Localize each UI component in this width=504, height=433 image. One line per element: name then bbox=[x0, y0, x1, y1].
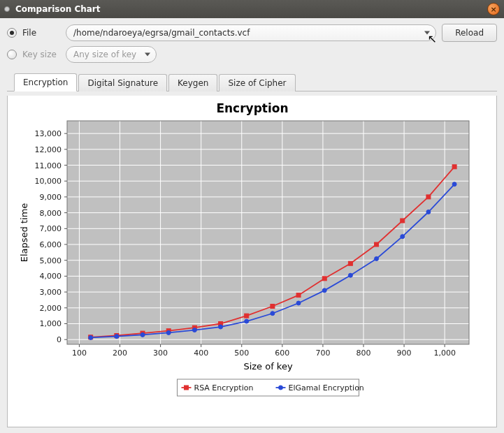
svg-text:1,000: 1,000 bbox=[40, 319, 62, 328]
svg-point-99 bbox=[271, 311, 275, 316]
chart-area: Encryption1002003004005006007008009001,0… bbox=[7, 96, 497, 427]
svg-text:5,000: 5,000 bbox=[40, 256, 62, 265]
tab-size-of-cipher[interactable]: Size of Cipher bbox=[219, 74, 295, 91]
svg-point-105 bbox=[426, 210, 431, 214]
svg-text:8,000: 8,000 bbox=[40, 209, 62, 218]
svg-point-104 bbox=[401, 235, 405, 239]
close-icon[interactable]: × bbox=[487, 3, 500, 15]
svg-text:900: 900 bbox=[397, 348, 412, 358]
svg-text:2,000: 2,000 bbox=[40, 304, 62, 313]
svg-text:RSA Encryption: RSA Encryption bbox=[194, 383, 254, 392]
svg-rect-88 bbox=[375, 242, 379, 247]
file-radio[interactable] bbox=[7, 28, 17, 38]
svg-point-103 bbox=[375, 256, 379, 260]
svg-text:200: 200 bbox=[113, 348, 127, 358]
svg-text:300: 300 bbox=[153, 348, 168, 358]
svg-point-106 bbox=[452, 182, 456, 186]
reload-button[interactable]: Reload bbox=[442, 24, 497, 42]
svg-text:9,000: 9,000 bbox=[40, 193, 62, 202]
svg-rect-86 bbox=[322, 277, 326, 281]
svg-text:11,000: 11,000 bbox=[35, 161, 62, 170]
tab-digital-signature[interactable]: Digital Signature bbox=[78, 74, 167, 91]
svg-text:100: 100 bbox=[72, 348, 87, 358]
svg-text:3,000: 3,000 bbox=[40, 288, 62, 297]
tab-bar: EncryptionDigital SignatureKeygenSize of… bbox=[7, 73, 497, 91]
svg-text:13,000: 13,000 bbox=[35, 129, 62, 138]
svg-point-100 bbox=[296, 301, 301, 305]
tab-encryption[interactable]: Encryption bbox=[14, 73, 77, 91]
window-title: Comparison Chart bbox=[15, 4, 100, 14]
svg-rect-89 bbox=[401, 219, 405, 223]
svg-rect-91 bbox=[452, 165, 456, 169]
svg-text:4,000: 4,000 bbox=[40, 272, 62, 281]
svg-text:600: 600 bbox=[275, 348, 289, 358]
chevron-down-icon bbox=[424, 31, 430, 35]
svg-text:500: 500 bbox=[234, 348, 249, 358]
svg-text:6,000: 6,000 bbox=[40, 240, 62, 249]
titlebar: Comparison Chart × bbox=[0, 0, 504, 18]
file-label: File bbox=[22, 28, 60, 38]
file-combo[interactable]: /home/ndaroeya/egrsa/gmail_contacts.vcf … bbox=[66, 24, 436, 41]
svg-text:700: 700 bbox=[315, 348, 330, 358]
svg-text:12,000: 12,000 bbox=[35, 145, 62, 154]
svg-point-96 bbox=[192, 328, 196, 332]
svg-point-97 bbox=[219, 325, 223, 329]
svg-point-101 bbox=[322, 288, 326, 293]
svg-rect-85 bbox=[296, 293, 301, 298]
file-combo-value: /home/ndaroeya/egrsa/gmail_contacts.vcf bbox=[73, 28, 250, 38]
svg-text:7,000: 7,000 bbox=[40, 224, 62, 233]
encryption-chart: Encryption1002003004005006007008009001,0… bbox=[15, 100, 489, 418]
svg-point-92 bbox=[89, 335, 93, 339]
svg-text:1,000: 1,000 bbox=[433, 348, 456, 358]
keysize-label: Key size bbox=[22, 50, 60, 59]
keysize-combo: Any size of key bbox=[66, 46, 157, 63]
svg-text:10,000: 10,000 bbox=[35, 177, 62, 186]
svg-text:400: 400 bbox=[194, 348, 208, 358]
keysize-radio[interactable] bbox=[7, 50, 17, 59]
chevron-down-icon bbox=[145, 53, 150, 57]
svg-text:Encryption: Encryption bbox=[216, 101, 288, 115]
tab-keygen[interactable]: Keygen bbox=[168, 74, 217, 91]
svg-text:Elapsed time: Elapsed time bbox=[19, 203, 29, 263]
svg-rect-87 bbox=[348, 261, 352, 265]
reload-button-label: Reload bbox=[455, 28, 484, 38]
keysize-combo-value: Any size of key bbox=[73, 50, 136, 59]
app-icon bbox=[4, 6, 10, 12]
svg-text:0: 0 bbox=[57, 335, 62, 344]
svg-text:ElGamal Encryption: ElGamal Encryption bbox=[289, 383, 364, 392]
svg-rect-83 bbox=[245, 314, 249, 318]
svg-point-93 bbox=[115, 335, 119, 339]
svg-point-102 bbox=[348, 273, 352, 277]
svg-rect-90 bbox=[426, 195, 431, 199]
svg-rect-84 bbox=[271, 304, 275, 309]
svg-text:Size of key: Size of key bbox=[243, 361, 293, 372]
svg-point-98 bbox=[245, 319, 249, 323]
svg-point-95 bbox=[166, 330, 171, 335]
svg-text:800: 800 bbox=[356, 348, 370, 358]
svg-point-94 bbox=[141, 332, 145, 337]
svg-rect-1 bbox=[67, 121, 469, 344]
